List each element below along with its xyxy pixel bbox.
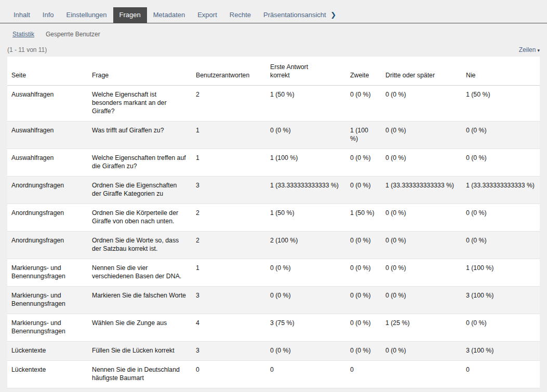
table-row: AnordnungsfragenOrdnen Sie die Worte so,… <box>7 232 540 259</box>
column-header-frage: Frage <box>88 57 192 86</box>
table-cell: 1 <box>192 149 266 177</box>
table-row: AuswahlfragenWelche Eigenschaft ist beso… <box>7 86 540 121</box>
table-cell: Auswahlfragen <box>7 149 88 177</box>
table-row: AnordnungsfragenOrdnen Sie die Körpertei… <box>7 204 540 232</box>
table-header: Seite Frage Benutzerantworten Erste Antw… <box>7 57 540 86</box>
tab-info[interactable]: Info <box>36 7 60 23</box>
table-cell: 0 (0 %) <box>346 232 381 259</box>
table-cell: 0 (0 %) <box>381 232 462 259</box>
table-cell: 3 <box>192 342 266 361</box>
table-cell: Anordnungsfragen <box>7 232 88 259</box>
table-cell: Lückentexte <box>7 342 88 361</box>
table-cell: 3 <box>192 177 266 204</box>
table-cell: 0 (0 %) <box>381 149 462 177</box>
table-body: AuswahlfragenWelche Eigenschaft ist beso… <box>7 86 540 388</box>
table-cell: 2 <box>192 204 266 232</box>
tab-einstellungen[interactable]: Einstellungen <box>60 7 113 23</box>
table-cell: Auswahlfragen <box>7 86 88 121</box>
table-cell: 1 (100 %) <box>346 121 381 149</box>
table-cell: 0 <box>462 361 540 388</box>
table-cell: 1 (33.333333333333 %) <box>462 177 540 204</box>
column-header-dritte-oder-spaeter: Dritte oder später <box>381 57 462 86</box>
table-cell: 1 (33.333333333333 %) <box>266 177 346 204</box>
table-row: AuswahlfragenWelche Eigenschaften treffe… <box>7 149 540 177</box>
table-cell: 0 (0 %) <box>346 86 381 121</box>
table-cell: 1 (50 %) <box>346 204 381 232</box>
table-cell: 1 (25 %) <box>381 314 462 342</box>
table-cell: Markierungs- und Benennungsfragen <box>7 287 88 314</box>
tab-praesentationsansicht-label: Präsentationsansicht <box>263 11 326 19</box>
table-cell: Nennen Sie die vier verschiedenen Basen … <box>88 259 192 287</box>
table-cell: 0 (0 %) <box>346 342 381 361</box>
table-cell: 1 (50 %) <box>266 86 346 121</box>
table-row: Markierungs- und BenennungsfragenMarkier… <box>7 287 540 314</box>
column-header-erste-antwort-korrekt: Erste Antwort korrekt <box>266 57 346 86</box>
table-row: AuswahlfragenWas trifft auf Giraffen zu?… <box>7 121 540 149</box>
question-statistics-table: Seite Frage Benutzerantworten Erste Antw… <box>7 57 540 388</box>
table-cell: 0 (0 %) <box>381 121 462 149</box>
table-cell: 3 (75 %) <box>266 314 346 342</box>
table-toolbar-bottom: (1 - 11 von 11) <box>0 388 547 392</box>
page: Inhalt Info Einstellungen Fragen Metadat… <box>0 0 547 392</box>
caret-down-icon: ▾ <box>537 48 540 53</box>
table-cell: 1 (33.333333333333 %) <box>381 177 462 204</box>
table-cell: Auswahlfragen <box>7 121 88 149</box>
table-cell: 0 (0 %) <box>381 86 462 121</box>
table-row: LückentexteFüllen Sie die Lücken korrekt… <box>7 342 540 361</box>
table-cell: 0 <box>266 361 346 388</box>
table-cell: 1 (100 %) <box>266 149 346 177</box>
table-cell: 0 (0 %) <box>346 259 381 287</box>
table-cell: Füllen Sie die Lücken korrekt <box>88 342 192 361</box>
table-cell: Ordnen Sie die Worte so, dass der Satzba… <box>88 232 192 259</box>
table-cell: Anordnungsfragen <box>7 204 88 232</box>
table-cell: 0 (0 %) <box>462 232 540 259</box>
table-cell: 0 (0 %) <box>346 149 381 177</box>
table-cell: Markieren Sie die falschen Worte <box>88 287 192 314</box>
table-cell: Ordnen Sie die Körperteile der Giraffe v… <box>88 204 192 232</box>
table-cell: 1 (50 %) <box>266 204 346 232</box>
table-cell: 0 (0 %) <box>266 121 346 149</box>
tab-metadaten[interactable]: Metadaten <box>147 7 191 23</box>
chevron-right-icon: ❯ <box>330 11 336 19</box>
tab-fragen[interactable]: Fragen <box>113 7 147 23</box>
table-row: Markierungs- und BenennungsfragenNennen … <box>7 259 540 287</box>
table-cell: 1 <box>192 121 266 149</box>
table-cell: Was trifft auf Giraffen zu? <box>88 121 192 149</box>
table-cell: Wählen Sie die Zunge aus <box>88 314 192 342</box>
table-cell: 0 (0 %) <box>462 314 540 342</box>
rows-dropdown-label: Zeilen <box>519 46 536 53</box>
table-cell: 0 (0 %) <box>266 287 346 314</box>
subtab-statistik[interactable]: Statistik <box>12 31 34 38</box>
table-cell: Welche Eigenschaften treffen auf die Gir… <box>88 149 192 177</box>
tab-rechte[interactable]: Rechte <box>223 7 257 23</box>
rows-dropdown[interactable]: Zeilen▾ <box>519 46 540 53</box>
table-cell: Lückentexte <box>7 361 88 388</box>
pagination-range-top: (1 - 11 von 11) <box>7 46 47 53</box>
column-header-seite: Seite <box>7 57 88 86</box>
table-cell: 3 (100 %) <box>462 287 540 314</box>
table-cell: Ordnen Sie die Eigenschaften der Giraffe… <box>88 177 192 204</box>
table-row: AnordnungsfragenOrdnen Sie die Eigenscha… <box>7 177 540 204</box>
table-cell: 1 (100 %) <box>462 259 540 287</box>
table-cell: 2 <box>192 232 266 259</box>
table-cell: 0 (0 %) <box>381 287 462 314</box>
tab-inhalt[interactable]: Inhalt <box>7 7 36 23</box>
tab-praesentationsansicht[interactable]: Präsentationsansicht ❯ <box>257 7 342 23</box>
table-cell: 3 <box>192 287 266 314</box>
table-cell <box>381 361 462 388</box>
table-cell: 0 (0 %) <box>462 149 540 177</box>
table-cell: Anordnungsfragen <box>7 177 88 204</box>
subtab-gesperrte-benutzer[interactable]: Gesperrte Benutzer <box>46 31 100 38</box>
table-cell: 1 (50 %) <box>462 86 540 121</box>
tab-export[interactable]: Export <box>191 7 223 23</box>
table-cell: 0 (0 %) <box>266 342 346 361</box>
table-cell: 0 (0 %) <box>346 287 381 314</box>
table-row: LückentexteNennen Sie die in Deutschland… <box>7 361 540 388</box>
table-row: Markierungs- und BenennungsfragenWählen … <box>7 314 540 342</box>
table-cell: Nennen Sie die in Deutschland häufigste … <box>88 361 192 388</box>
table-cell: 0 (0 %) <box>346 177 381 204</box>
table-cell: 0 (0 %) <box>462 121 540 149</box>
table-cell: Markierungs- und Benennungsfragen <box>7 259 88 287</box>
table-cell: 0 <box>346 361 381 388</box>
table-cell: 0 (0 %) <box>462 204 540 232</box>
